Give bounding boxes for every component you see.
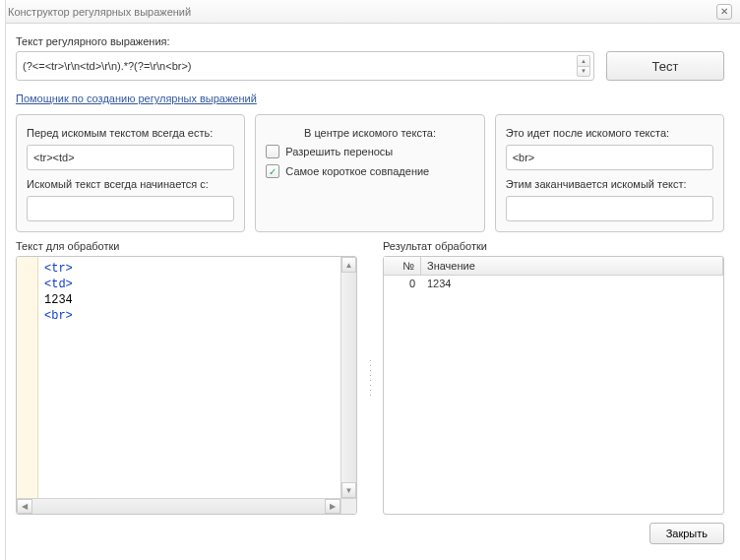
vscrollbar[interactable]: ▲ ▼ (340, 257, 356, 498)
shortest-label: Самое короткое совпадение (285, 165, 429, 177)
spinner-up-icon[interactable]: ▲ (577, 55, 590, 66)
allow-wrap-label: Разрешить переносы (285, 146, 393, 157)
group-center: В центре искомого текста: Разрешить пере… (255, 114, 484, 232)
before-input-1[interactable] (27, 145, 234, 170)
scroll-left-icon[interactable]: ◀ (17, 499, 32, 514)
test-button[interactable]: Тест (606, 51, 724, 81)
center-title: В центре искомого текста: (266, 127, 473, 139)
after-input-2[interactable] (506, 196, 713, 221)
scroll-down-icon[interactable]: ▼ (341, 482, 356, 498)
col-num[interactable]: № (384, 257, 421, 275)
results-body: 01234 (384, 276, 723, 514)
scroll-corner (340, 499, 356, 515)
source-pane: Текст для обработки <tr> <td> 1234 <br> … (16, 240, 357, 515)
vscroll-track[interactable] (341, 273, 356, 482)
titlebar: Конструктор регулярных выражений ✕ (0, 0, 740, 24)
helper-groups: Перед искомым текстом всегда есть: Иском… (16, 114, 724, 232)
before-label-1: Перед искомым текстом всегда есть: (27, 127, 234, 139)
shortest-row[interactable]: ✓ Самое короткое совпадение (266, 164, 473, 178)
regex-window: Конструктор регулярных выражений ✕ Текст… (0, 0, 740, 560)
grip-icon (369, 358, 372, 398)
hscrollbar[interactable]: ◀ ▶ (17, 498, 356, 514)
results-table: № Значение 01234 (383, 256, 724, 515)
scroll-right-icon[interactable]: ▶ (325, 499, 340, 514)
regex-input[interactable] (16, 51, 594, 81)
regex-section: Текст регулярного выражения: ▲ ▼ Тест (16, 35, 724, 81)
after-label-1: Это идет после искомого текста: (506, 127, 713, 139)
results-title: Результат обработки (383, 240, 724, 252)
shortest-checkbox[interactable]: ✓ (266, 164, 279, 178)
col-val[interactable]: Значение (421, 257, 723, 275)
source-editor: <tr> <td> 1234 <br> ▲ ▼ ◀ ▶ (16, 256, 357, 515)
before-label-2: Искомый текст всегда начинается с: (27, 178, 234, 190)
left-edge (0, 0, 6, 560)
after-label-2: Этим заканчивается искомый текст: (506, 178, 713, 190)
after-input-1[interactable] (506, 145, 713, 170)
regex-input-wrap: ▲ ▼ (16, 51, 594, 81)
results-pane: Результат обработки № Значение 01234 (383, 240, 724, 515)
splitter-handle[interactable] (367, 240, 373, 515)
main-split: Текст для обработки <tr> <td> 1234 <br> … (16, 240, 724, 515)
table-row[interactable]: 01234 (384, 276, 723, 291)
source-textarea[interactable]: <tr> <td> 1234 <br> (38, 257, 340, 498)
gutter (17, 257, 38, 498)
scroll-up-icon[interactable]: ▲ (341, 257, 356, 273)
hscroll-track[interactable] (32, 499, 325, 514)
regex-spinner: ▲ ▼ (577, 55, 590, 77)
footer: Закрыть (16, 523, 724, 548)
allow-wrap-checkbox[interactable] (266, 145, 279, 158)
help-link[interactable]: Помощник по созданию регулярных выражени… (16, 93, 724, 104)
cell-val: 1234 (421, 276, 723, 291)
results-header: № Значение (384, 257, 723, 276)
close-button[interactable]: Закрыть (649, 523, 724, 544)
content: Текст регулярного выражения: ▲ ▼ Тест По… (0, 24, 740, 560)
regex-label: Текст регулярного выражения: (16, 35, 724, 47)
group-before: Перед искомым текстом всегда есть: Иском… (16, 114, 245, 232)
source-title: Текст для обработки (16, 240, 357, 252)
spinner-down-icon[interactable]: ▼ (577, 66, 590, 78)
window-title: Конструктор регулярных выражений (8, 6, 716, 18)
group-after: Это идет после искомого текста: Этим зак… (495, 114, 724, 232)
allow-wrap-row[interactable]: Разрешить переносы (266, 145, 473, 158)
cell-num: 0 (384, 276, 421, 291)
before-input-2[interactable] (27, 196, 234, 221)
close-icon[interactable]: ✕ (716, 4, 732, 20)
